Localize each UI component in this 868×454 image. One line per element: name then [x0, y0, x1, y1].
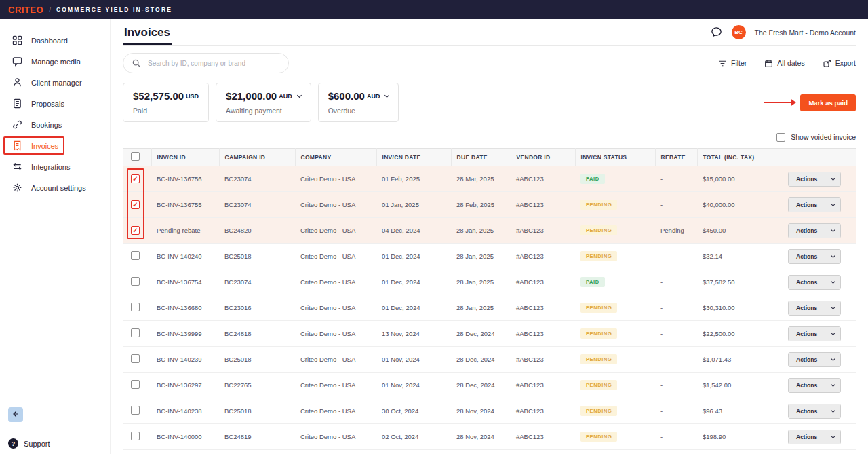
export-button[interactable]: Export — [823, 59, 856, 68]
actions-dropdown-toggle[interactable] — [825, 172, 840, 186]
vendor-id-cell: #ABC123 — [511, 244, 575, 269]
sidebar-item-integrations[interactable]: Integrations — [0, 156, 110, 177]
invoice-id-cell: BC-INV-139999 — [151, 321, 219, 347]
total-cell: $15,000.00 — [697, 166, 783, 192]
vendor-id-cell: #ABC123 — [511, 398, 575, 424]
vendor-id-cell: #ABC123 — [511, 347, 575, 373]
actions-dropdown-toggle[interactable] — [825, 379, 840, 392]
row-checkbox[interactable] — [131, 277, 140, 286]
actions-button[interactable]: Actions — [789, 224, 825, 238]
vendor-id-cell: #ABC123 — [511, 424, 575, 450]
actions-dropdown-toggle[interactable] — [825, 430, 840, 444]
mark-as-paid-button[interactable]: Mark as paid — [800, 94, 856, 111]
filter-icon — [718, 59, 727, 68]
sidebar-item-client-manager[interactable]: Client manager — [0, 72, 110, 93]
actions-button[interactable]: Actions — [789, 353, 825, 366]
show-voided-checkbox[interactable] — [776, 133, 785, 142]
collapse-sidebar-button[interactable] — [8, 407, 23, 422]
status-badge: PENDING — [580, 328, 617, 339]
total-cell: $32.14 — [697, 244, 783, 269]
date-range-button[interactable]: All dates — [764, 59, 804, 68]
toolbar: Filter All dates Export — [123, 53, 856, 73]
row-checkbox[interactable]: ✓ — [131, 200, 140, 209]
row-checkbox[interactable] — [131, 303, 140, 311]
actions-button[interactable]: Actions — [789, 404, 825, 418]
actions-dropdown-toggle[interactable] — [825, 301, 840, 315]
invoice-id-cell: BC-INV-140240 — [151, 244, 219, 269]
invoice-table-body: ✓BC-INV-136756BC23074Criteo Demo - USA01… — [123, 166, 856, 450]
filter-button[interactable]: Filter — [718, 59, 747, 68]
row-checkbox[interactable] — [131, 328, 140, 337]
actions-dropdown-toggle[interactable] — [825, 327, 840, 341]
sidebar-item-dashboard[interactable]: Dashboard — [0, 30, 110, 51]
status-badge: PENDING — [580, 380, 617, 390]
chat-bubble-icon[interactable] — [710, 26, 723, 39]
avatar[interactable]: BC — [732, 25, 746, 39]
row-actions-cell: Actions — [783, 244, 856, 269]
row-checkbox[interactable] — [131, 406, 140, 415]
support-link[interactable]: ? Support — [8, 438, 50, 449]
campaign-id-cell: BC24820 — [219, 218, 295, 244]
due-date-cell: 28 Nov, 2024 — [451, 424, 511, 450]
invoice-id-cell: BC-INV-136756 — [151, 166, 219, 192]
invoice-id-cell: BC-INV-136755 — [151, 192, 219, 218]
actions-button[interactable]: Actions — [789, 379, 825, 392]
product-name: COMMERCE YIELD IN-STORE — [56, 6, 172, 13]
select-all-checkbox[interactable] — [131, 152, 140, 161]
column-header-company: COMPANY — [295, 149, 376, 166]
table-row: BC-INV-140240BC25018Criteo Demo - USA01 … — [123, 244, 856, 269]
row-actions-cell: Actions — [783, 424, 856, 450]
rebate-cell: - — [655, 321, 697, 347]
status-badge: PAID — [580, 174, 605, 184]
actions-dropdown-toggle[interactable] — [825, 224, 840, 238]
actions-dropdown-toggle[interactable] — [825, 353, 840, 366]
actions-dropdown-toggle[interactable] — [825, 276, 840, 289]
table-row: BC-INV-136297BC22765Criteo Demo - USA01 … — [123, 373, 856, 398]
chevron-down-icon[interactable] — [385, 95, 389, 97]
row-checkbox[interactable] — [131, 380, 140, 389]
campaign-id-cell: BC25018 — [219, 398, 295, 424]
summary-cards-row: $52,575.00 USD Paid $21,000.00 AUD Await… — [123, 83, 856, 122]
invoice-id-cell: BC-INV-136297 — [151, 373, 219, 398]
arrow-left-icon — [12, 409, 20, 421]
row-checkbox[interactable] — [131, 354, 140, 363]
row-checkbox[interactable] — [131, 251, 140, 260]
chevron-down-icon[interactable] — [298, 95, 301, 97]
sidebar-item-account-settings[interactable]: Account settings — [0, 177, 110, 198]
row-checkbox[interactable]: ✓ — [131, 226, 140, 235]
actions-button[interactable]: Actions — [789, 276, 825, 289]
account-name[interactable]: The Fresh Mart - Demo Account — [755, 29, 856, 37]
rebate-cell: - — [655, 192, 697, 218]
actions-button[interactable]: Actions — [789, 198, 825, 212]
actions-button[interactable]: Actions — [789, 301, 825, 315]
column-header-inv-id: INV/CN ID — [151, 149, 219, 166]
sidebar-item-label: Client manager — [31, 79, 82, 87]
row-checkbox[interactable]: ✓ — [131, 174, 140, 183]
company-cell: Criteo Demo - USA — [295, 269, 376, 295]
actions-button[interactable]: Actions — [789, 327, 825, 341]
search-input[interactable] — [146, 59, 280, 68]
status-cell: PAID — [575, 166, 655, 192]
status-cell: PENDING — [575, 192, 655, 218]
invoice-id-cell: BC-INV-136754 — [151, 269, 219, 295]
sidebar-nav: Dashboard Manage media Client manager Pr… — [0, 30, 110, 198]
sidebar-item-invoices[interactable]: Invoices — [0, 135, 110, 156]
row-checkbox[interactable] — [131, 432, 140, 440]
actions-dropdown-toggle[interactable] — [825, 404, 840, 418]
sidebar-item-manage-media[interactable]: Manage media — [0, 51, 110, 72]
actions-button[interactable]: Actions — [789, 430, 825, 444]
due-date-cell: 28 Dec, 2024 — [451, 321, 511, 347]
actions-dropdown-toggle[interactable] — [825, 198, 840, 212]
actions-button[interactable]: Actions — [789, 172, 825, 186]
row-select-cell — [123, 269, 151, 295]
actions-dropdown-toggle[interactable] — [825, 250, 840, 263]
row-actions-cell: Actions — [783, 373, 856, 398]
document-icon — [12, 98, 22, 109]
actions-button[interactable]: Actions — [789, 250, 825, 263]
company-cell: Criteo Demo - USA — [295, 295, 376, 321]
sidebar-item-proposals[interactable]: Proposals — [0, 93, 110, 114]
vendor-id-cell: #ABC123 — [511, 218, 575, 244]
due-date-cell: 28 Jan, 2025 — [451, 244, 511, 269]
sidebar-item-bookings[interactable]: Bookings — [0, 114, 110, 135]
campaign-id-cell: BC24818 — [219, 321, 295, 347]
